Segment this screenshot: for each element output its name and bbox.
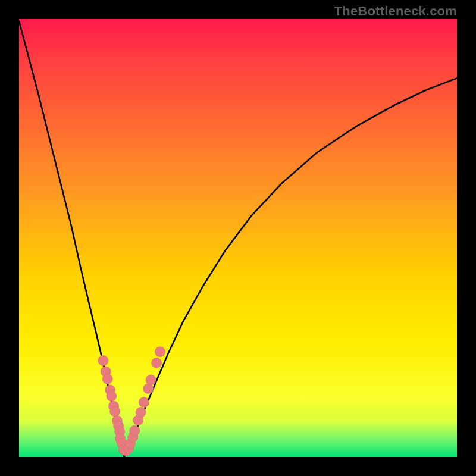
sample-dot xyxy=(98,356,108,366)
sample-dot xyxy=(130,425,140,436)
chart-svg xyxy=(0,0,476,476)
sample-dot xyxy=(110,406,120,416)
chart-frame: TheBottleneck.com xyxy=(0,0,476,476)
sample-dot xyxy=(107,391,117,401)
curve-right-curve xyxy=(124,78,457,457)
sample-dot xyxy=(152,358,162,368)
sample-dot xyxy=(146,375,156,385)
sample-dot xyxy=(139,397,149,408)
sample-dot xyxy=(143,384,154,394)
sample-dot xyxy=(155,347,165,357)
sample-dot xyxy=(102,374,112,384)
sample-dot xyxy=(136,407,146,417)
